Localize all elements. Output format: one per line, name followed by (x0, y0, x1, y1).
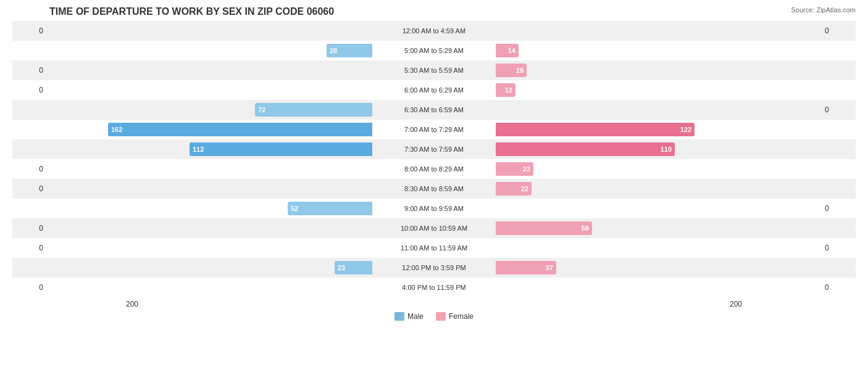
bar-male: 162 (108, 123, 372, 136)
bar-area: 6:00 AM to 6:29 AM12 (46, 80, 822, 100)
legend-female: Female (436, 312, 474, 321)
bar-female: 23 (496, 162, 533, 176)
time-label: 8:00 AM to 8:29 AM (372, 165, 496, 173)
bar-area: 529:00 AM to 9:59 AM (46, 199, 822, 218)
legend-male-icon (394, 312, 404, 321)
table-row: 012:00 AM to 4:59 AM0 (12, 21, 856, 41)
bar-male: 72 (255, 103, 372, 117)
bar-male: 112 (190, 142, 372, 156)
bar-area: 4:00 PM to 11:59 PM (46, 278, 822, 297)
left-value: 0 (12, 66, 46, 75)
bar-female: 122 (496, 123, 695, 136)
left-value: 0 (12, 86, 46, 94)
bar-female: 19 (496, 64, 527, 77)
bar-female: 14 (496, 44, 519, 57)
axis-row: 200 200 (12, 300, 856, 308)
bar-area: 10:00 AM to 10:59 AM59 (46, 218, 822, 238)
bar-area: 8:00 AM to 8:29 AM23 (46, 159, 822, 179)
bar-area: 11:00 AM to 11:59 AM (46, 238, 822, 258)
right-value: 0 (822, 244, 856, 252)
time-label: 6:00 AM to 6:29 AM (372, 86, 496, 94)
axis-left: 200 (12, 300, 142, 308)
bar-male: 23 (335, 261, 372, 274)
time-label: 8:30 AM to 8:59 AM (372, 185, 496, 192)
table-row: 06:00 AM to 6:29 AM12 (12, 80, 856, 100)
bar-female: 37 (496, 261, 556, 274)
chart-title: TIME OF DEPARTURE TO WORK BY SEX IN ZIP … (49, 6, 856, 17)
bar-area: 12:00 AM to 4:59 AM (46, 21, 822, 41)
chart-container: TIME OF DEPARTURE TO WORK BY SEX IN ZIP … (0, 0, 868, 367)
legend-male-label: Male (407, 312, 424, 321)
time-label: 5:00 AM to 5:29 AM (372, 47, 496, 54)
source-text: Source: ZipAtlas.com (791, 6, 856, 14)
bar-area: 1627:00 AM to 7:29 AM122 (46, 120, 822, 139)
time-label: 6:30 AM to 6:59 AM (372, 106, 496, 113)
left-value: 0 (12, 27, 46, 35)
legend: Male Female (12, 312, 856, 321)
time-label: 7:30 AM to 7:59 AM (372, 146, 496, 153)
axis-right: 200 (726, 300, 856, 308)
right-value: 0 (822, 27, 856, 35)
table-row: 285:00 AM to 5:29 AM14 (12, 41, 856, 60)
legend-female-icon (436, 312, 446, 321)
table-row: 05:30 AM to 5:59 AM19 (12, 60, 856, 80)
time-label: 7:00 AM to 7:29 AM (372, 126, 496, 133)
left-value: 0 (12, 224, 46, 233)
time-label: 12:00 AM to 4:59 AM (372, 27, 496, 35)
left-value: 0 (12, 283, 46, 292)
table-row: 011:00 AM to 11:59 AM0 (12, 238, 856, 258)
legend-female-label: Female (449, 312, 474, 321)
left-value: 0 (12, 165, 46, 173)
bar-area: 8:30 AM to 8:59 AM22 (46, 179, 822, 199)
bar-area: 1127:30 AM to 7:59 AM110 (46, 139, 822, 159)
table-row: 010:00 AM to 10:59 AM59 (12, 218, 856, 238)
bar-area: 285:00 AM to 5:29 AM14 (46, 41, 822, 60)
right-value: 0 (822, 105, 856, 114)
table-row: 726:30 AM to 6:59 AM0 (12, 100, 856, 120)
table-row: 2312:00 PM to 3:59 PM37 (12, 258, 856, 278)
table-row: 08:00 AM to 8:29 AM23 (12, 159, 856, 179)
bar-area: 2312:00 PM to 3:59 PM37 (46, 258, 822, 278)
table-row: 08:30 AM to 8:59 AM22 (12, 179, 856, 199)
right-value: 0 (822, 283, 856, 292)
time-label: 11:00 AM to 11:59 AM (372, 244, 496, 252)
bar-male: 28 (327, 44, 372, 57)
chart-area: 012:00 AM to 4:59 AM0285:00 AM to 5:29 A… (12, 21, 856, 297)
right-value: 0 (822, 204, 856, 213)
table-row: 1627:00 AM to 7:29 AM122 (12, 120, 856, 139)
time-label: 10:00 AM to 10:59 AM (372, 225, 496, 232)
bar-female: 22 (496, 182, 532, 196)
left-value: 0 (12, 184, 46, 193)
left-value: 0 (12, 244, 46, 252)
table-row: 1127:30 AM to 7:59 AM110 (12, 139, 856, 159)
time-label: 4:00 PM to 11:59 PM (372, 284, 496, 291)
bar-area: 5:30 AM to 5:59 AM19 (46, 60, 822, 80)
table-row: 04:00 PM to 11:59 PM0 (12, 278, 856, 297)
bar-male: 52 (288, 202, 372, 215)
bar-female: 59 (496, 221, 592, 235)
bar-area: 726:30 AM to 6:59 AM (46, 100, 822, 120)
time-label: 5:30 AM to 5:59 AM (372, 67, 496, 74)
legend-male: Male (394, 312, 424, 321)
time-label: 12:00 PM to 3:59 PM (372, 264, 496, 271)
bar-female: 12 (496, 83, 515, 97)
time-label: 9:00 AM to 9:59 AM (372, 205, 496, 212)
table-row: 529:00 AM to 9:59 AM0 (12, 199, 856, 218)
bar-female: 110 (496, 142, 675, 156)
